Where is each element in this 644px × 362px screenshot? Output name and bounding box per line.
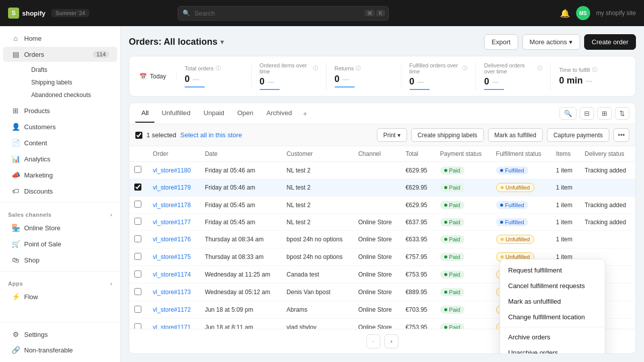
ctx-change-location[interactable]: Change fulfillment location — [500, 309, 605, 325]
stat-time-to-fulfill-info[interactable]: ⓘ — [592, 66, 597, 73]
col-channel[interactable]: Channel — [353, 146, 400, 162]
col-delivery[interactable]: Delivery status — [580, 146, 635, 162]
sidebar-item-discounts[interactable]: 🏷 Discounts — [3, 184, 117, 199]
export-button[interactable]: Export — [484, 34, 518, 50]
create-shipping-labels-button[interactable]: Create shipping labels — [411, 128, 484, 142]
sidebar-item-drafts[interactable]: Drafts — [23, 64, 117, 76]
sidebar-item-flow[interactable]: ⚡ Flow — [3, 289, 117, 304]
stat-fulfilled-orders-info[interactable]: ⓘ — [462, 65, 467, 72]
sidebar-item-home[interactable]: ⌂ Home — [3, 31, 117, 46]
bulk-action-bar: 1 selected Select all in this store Prin… — [129, 124, 635, 146]
sidebar-label-content: Content — [24, 139, 47, 147]
sidebar-label-discounts: Discounts — [24, 188, 53, 195]
create-order-button[interactable]: Create order — [584, 34, 636, 50]
ctx-request-fulfillment[interactable]: Request fulfillment — [500, 262, 605, 278]
row-checkbox[interactable] — [134, 201, 141, 208]
filter-button[interactable]: ⊟ — [580, 107, 594, 120]
select-all-link[interactable]: Select all in this store — [180, 131, 242, 139]
stat-ordered-items-info[interactable]: ⓘ — [313, 65, 318, 72]
sort-button[interactable]: ⇅ — [615, 107, 629, 120]
more-actions-button[interactable]: More actions ▾ — [522, 34, 580, 50]
row-order-id: vl_store#1180 — [148, 162, 200, 179]
col-date[interactable]: Date — [200, 146, 281, 162]
stat-total-orders-info[interactable]: ⓘ — [216, 65, 221, 72]
add-tab-button[interactable]: + — [299, 105, 311, 123]
tab-unfulfilled[interactable]: Unfulfilled — [155, 104, 196, 123]
orders-sub-menu: Drafts Shipping labels Abandoned checkou… — [0, 62, 120, 103]
ctx-unarchive-orders[interactable]: Unarchive orders — [500, 345, 605, 354]
capture-payments-button[interactable]: Capture payments — [547, 128, 609, 142]
orders-title[interactable]: Orders: All locations ▾ — [129, 37, 224, 47]
sidebar-item-marketing[interactable]: 📣 Marketing — [3, 167, 117, 183]
sidebar-item-abandoned-checkouts[interactable]: Abandoned checkouts — [23, 89, 117, 101]
stat-returns-label: Returns — [335, 65, 354, 71]
stat-delivered-orders-info[interactable]: ⓘ — [537, 65, 542, 72]
notifications-button[interactable]: 🔔 — [560, 9, 570, 18]
sidebar-item-orders[interactable]: ▤ Orders 114 — [3, 47, 117, 62]
row-checkbox[interactable] — [134, 270, 141, 278]
row-checkbox[interactable] — [134, 288, 141, 295]
search-shortcut: ⌘ K — [365, 10, 385, 17]
row-checkbox[interactable] — [134, 306, 141, 313]
row-date: Thursday at 08:33 am — [200, 248, 281, 266]
row-checkbox[interactable] — [134, 218, 141, 225]
row-checkbox[interactable] — [134, 166, 141, 173]
row-checkbox[interactable] — [134, 323, 141, 329]
sidebar-label-non-transferable: Non-transferable — [24, 346, 73, 354]
sidebar-item-non-transferable[interactable]: 🔗 Non-transferable — [3, 342, 117, 357]
sidebar-item-customers[interactable]: 👤 Customers — [3, 119, 117, 134]
shopify-logo[interactable]: S shopify — [8, 8, 45, 19]
sidebar-item-content[interactable]: 📄 Content — [3, 135, 117, 150]
apps-label: Apps — [8, 281, 23, 287]
col-order[interactable]: Order — [148, 146, 200, 162]
next-page-button[interactable]: › — [384, 334, 398, 348]
stat-returns-info[interactable]: ⓘ — [356, 65, 361, 72]
search-input[interactable] — [178, 6, 389, 21]
sidebar-item-analytics[interactable]: 📊 Analytics — [3, 151, 117, 166]
prev-page-button[interactable]: ‹ — [366, 334, 380, 348]
date-filter[interactable]: 📅 Today — [139, 73, 177, 80]
top-nav: S shopify Summer '24 🔍 ⌘ K 🔔 MS my shopi… — [0, 0, 644, 26]
ctx-mark-unfulfilled[interactable]: Mark as unfulfilled — [500, 294, 605, 309]
sidebar-item-shop[interactable]: 🛍 Shop — [3, 252, 117, 267]
sidebar-item-online-store[interactable]: 🏪 Online Store — [3, 220, 117, 235]
sidebar-divider-1 — [0, 202, 120, 203]
col-fulfillment[interactable]: Fulfillment status — [491, 146, 551, 162]
sidebar-label-online-store: Online Store — [24, 224, 60, 232]
shipping-labels-label: Shipping labels — [31, 79, 72, 86]
shopify-logo-icon: S — [8, 8, 19, 19]
col-customer[interactable]: Customer — [282, 146, 353, 162]
row-fulfillment-status: Fulfilled — [491, 162, 551, 179]
sidebar-item-shipping-labels[interactable]: Shipping labels — [23, 76, 117, 88]
ctx-archive-orders[interactable]: Archive orders — [500, 329, 605, 345]
sales-channels-chevron[interactable]: › — [110, 212, 112, 218]
columns-button[interactable]: ⊞ — [597, 107, 612, 120]
col-payment[interactable]: Payment status — [435, 146, 491, 162]
nav-right: 🔔 MS my shopify site — [560, 6, 636, 20]
search-filter-button[interactable]: 🔍 — [559, 107, 577, 120]
row-checkbox[interactable] — [134, 235, 141, 242]
row-checkbox[interactable] — [134, 253, 141, 260]
tab-all[interactable]: All — [135, 104, 154, 123]
sidebar-item-pos[interactable]: 🛒 Point of Sale — [3, 236, 117, 251]
row-checkbox[interactable] — [134, 184, 141, 191]
col-total[interactable]: Total — [400, 146, 435, 162]
ctx-cancel-fulfillment[interactable]: Cancel fulfillment requests — [500, 278, 605, 294]
bulk-more-button[interactable]: ••• — [613, 128, 629, 142]
row-date: Wednesday at 11:25 am — [200, 266, 281, 284]
sidebar-label-flow: Flow — [24, 293, 38, 301]
app-name: shopify — [22, 10, 45, 17]
print-button[interactable]: Print ▾ — [377, 128, 407, 142]
mark-as-fulfilled-button[interactable]: Mark as fulfilled — [488, 128, 543, 142]
apps-chevron[interactable]: › — [110, 281, 112, 287]
sidebar-label-customers: Customers — [24, 123, 56, 131]
tab-open[interactable]: Open — [231, 104, 260, 123]
stat-ordered-items: Ordered items over time ⓘ 0 — — [252, 62, 327, 90]
tab-unpaid[interactable]: Unpaid — [198, 104, 230, 123]
sidebar-item-products[interactable]: ⊞ Products — [3, 103, 117, 118]
col-items[interactable]: Items — [551, 146, 580, 162]
stat-fulfilled-orders-label: Fulfilled orders over time — [410, 62, 461, 74]
select-all-checkbox[interactable] — [135, 132, 142, 139]
sidebar-item-settings[interactable]: ⚙ Settings — [3, 327, 117, 342]
tab-archived[interactable]: Archived — [261, 104, 298, 123]
